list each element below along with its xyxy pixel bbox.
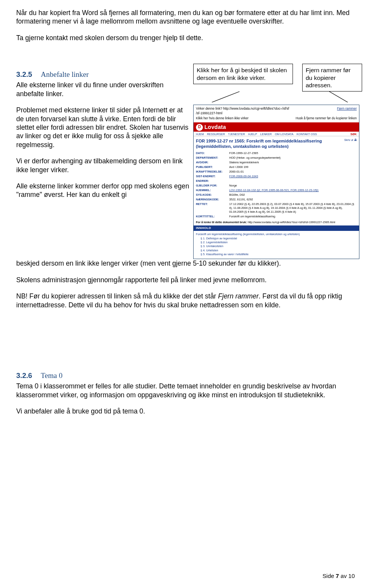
lovdata-print-link[interactable]: Skriv ut 🖶 <box>344 139 357 142</box>
nav-item[interactable]: LENKER <box>260 132 272 136</box>
lovdata-logo-bar: D Lovdata <box>194 123 359 132</box>
nav-item[interactable]: RESSURSER <box>207 132 225 136</box>
lovdata-toc: Forskrift om legemiddelklassifisering (l… <box>194 231 359 259</box>
heading-title: Tema 0 <box>41 371 63 380</box>
lovdata-reference-line: For å lenke til dette dokumentet bruk: h… <box>194 219 359 225</box>
nav-item[interactable]: HJEM <box>196 132 204 136</box>
sec325-p2: Problemet med eksterne linker til sider … <box>16 106 190 149</box>
left-column: 3.2.5 Anbefalte linker Alle eksterne lin… <box>16 64 190 199</box>
nav-item[interactable]: OM LOVDATA <box>275 132 293 136</box>
sec325-p3: Vi er derfor avhenging av tilbakemelding… <box>16 157 190 174</box>
callout-leader-1 <box>193 92 293 102</box>
page-footer: Side 7 av 10 <box>323 572 355 580</box>
lovdata-nav: HJEM RESSURSER TJENESTER HJELP LENKER OM… <box>194 132 359 137</box>
nav-item[interactable]: TJENESTER <box>228 132 245 136</box>
sec325-p5: Skolens administrasjon gjennomgår rappor… <box>16 276 355 284</box>
frame-report-link[interactable]: Klikk her hvis denne linken ikke virker <box>196 117 248 121</box>
sec325-p4a: Alle eksterne linker kommer derfor opp m… <box>16 182 190 199</box>
sec326-p1: Tema 0 i klasserommet er felles for alle… <box>16 382 355 399</box>
right-column: Klikk her for å gi beskjed til skolen de… <box>190 64 362 259</box>
heading-3-2-6: 3.2.6 Tema 0 <box>16 371 355 380</box>
sec325-p6: NB! Før du kopierer adressen til linken … <box>16 292 355 309</box>
heading-number: 3.2.5 <box>16 70 32 78</box>
sec325-p4b: beskjed dersom en link ikke lenger virke… <box>16 259 355 268</box>
lovdata-innhold-bar: INNHOLD <box>194 225 359 231</box>
document-page: Når du har kopiert fra Word så fjernes a… <box>0 0 371 588</box>
lovdata-metadata-table: DATO:FOR-1999-12-27-1565 DEPARTEMENT:HOD… <box>196 151 357 219</box>
sec325-p1: Alle eksterne linker vil du finne under … <box>16 81 190 98</box>
nav-search[interactable]: SØK <box>351 132 357 136</box>
svg-line-1 <box>329 92 348 102</box>
section-3-2-6: 3.2.6 Tema 0 Tema 0 i klasserommet er fe… <box>16 371 355 415</box>
sec326-p2: Vi anbefaler alle å bruke god tid på tem… <box>16 407 355 415</box>
callout-remove-frame: Fjern rammer før du kopierer adressen. <box>302 64 362 92</box>
callout-leaders <box>193 92 362 102</box>
heading-number: 3.2.6 <box>16 371 32 380</box>
frame-url-line: Virker denne link? http://www.lovdata.no… <box>196 107 289 115</box>
svg-line-0 <box>212 92 240 102</box>
intro-paragraph-2: Ta gjerne kontakt med skolen dersom du t… <box>16 34 355 42</box>
lovdata-logo-icon: D <box>196 124 203 131</box>
nav-item[interactable]: HJELP <box>248 132 257 136</box>
intro-paragraph-1: Når du har kopiert fra Word så fjernes a… <box>16 8 355 26</box>
heading-title: Anbefalte linker <box>41 70 89 78</box>
lovdata-document-title: FOR 1999-12-27 nr 1565: Forskrift om leg… <box>196 139 344 149</box>
lovdata-logo-text: Lovdata <box>204 124 226 131</box>
frame-remove-link[interactable]: Fjern rammer <box>337 107 357 115</box>
callout-leader-2 <box>302 92 362 102</box>
heading-3-2-5: 3.2.5 Anbefalte linker <box>16 70 190 79</box>
nav-item[interactable]: KONTAKT OSS <box>296 132 317 136</box>
callout-report-link: Klikk her for å gi beskjed til skolen de… <box>193 64 293 84</box>
embedded-frame-screenshot: Virker denne link? http://www.lovdata.no… <box>193 105 359 259</box>
frame-copy-hint: Husk å fjerne rammer før du kopierer lin… <box>296 117 357 121</box>
